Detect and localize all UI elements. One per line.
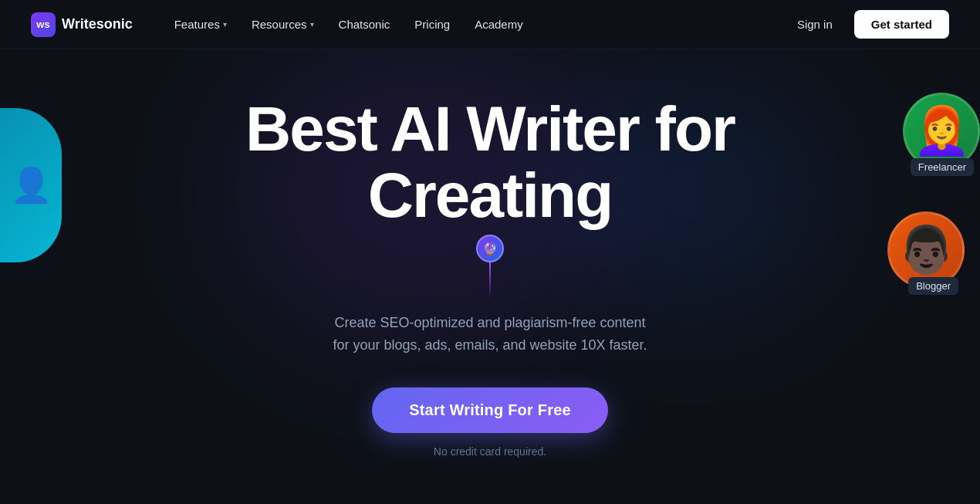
sign-in-button[interactable]: Sign in	[788, 12, 842, 37]
avatar-card-freelancer: 👩‍🦰 Freelancer	[903, 93, 980, 170]
nav-pricing[interactable]: Pricing	[404, 12, 461, 37]
hero-title: Best AI Writer for Creating	[143, 96, 837, 228]
hero-subtitle: Create SEO-optimized and plagiarism-free…	[333, 312, 647, 357]
nav-actions: Sign in Get started	[788, 10, 949, 39]
avatar-label-blogger: Blogger	[908, 277, 958, 295]
chevron-down-icon: ▾	[223, 20, 227, 29]
nav-resources[interactable]: Resources ▾	[241, 12, 325, 37]
logo-icon: ws	[31, 12, 56, 37]
cursor-line	[489, 262, 491, 299]
logo[interactable]: ws Writesonic	[31, 12, 133, 37]
avatar-label-freelancer: Freelancer	[911, 158, 974, 176]
nav-links: Features ▾ Resources ▾ Chatsonic Pricing…	[164, 12, 788, 37]
avatar-card-blogger: 👨🏿 Blogger	[887, 211, 965, 289]
nav-chatsonic[interactable]: Chatsonic	[328, 12, 401, 37]
hero-section: Best AI Writer for Creating 🔮 Create SEO…	[0, 49, 980, 458]
cursor-animation: 🔮	[476, 235, 504, 299]
logo-text: Writesonic	[62, 16, 133, 32]
chevron-down-icon: ▾	[310, 20, 314, 29]
avatar-right-group: 👩‍🦰 Freelancer 👨🏿 Blogger	[887, 93, 980, 289]
navbar: ws Writesonic Features ▾ Resources ▾ Cha…	[0, 0, 980, 49]
cursor-bubble: 🔮	[476, 235, 504, 262]
nav-features[interactable]: Features ▾	[164, 12, 238, 37]
get-started-button[interactable]: Get started	[854, 10, 949, 39]
nav-academy[interactable]: Academy	[464, 12, 534, 37]
no-credit-card-text: No credit card required.	[434, 445, 546, 458]
cta-button[interactable]: Start Writing For Free	[372, 387, 608, 433]
